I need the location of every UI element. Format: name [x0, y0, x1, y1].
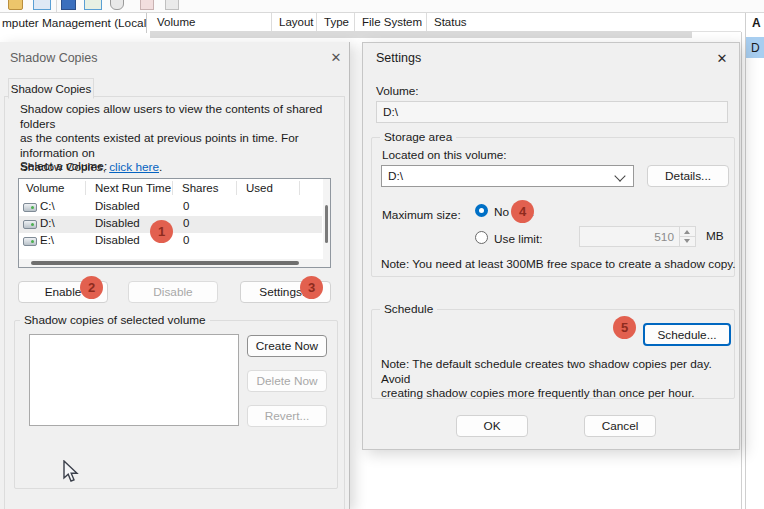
tree-item-computer-management[interactable]: mputer Management (Local	[2, 16, 146, 30]
details-button[interactable]: Details...	[647, 165, 729, 187]
search-icon[interactable]	[110, 0, 124, 10]
column-status[interactable]: Status	[427, 13, 597, 31]
shadow-copies-listbox[interactable]	[29, 334, 239, 426]
cancel-button[interactable]: Cancel	[584, 415, 656, 437]
max-size-label: Maximum size:	[382, 208, 461, 222]
use-limit-radio[interactable]	[475, 231, 488, 244]
horizontal-scrollbar[interactable]	[19, 259, 323, 267]
step-4-badge: 4	[511, 200, 534, 223]
mouse-cursor-icon	[63, 460, 81, 484]
shadow-copies-dialog: Shadow Copies ✕ Shadow Copies Shadow cop…	[0, 42, 350, 509]
mb-unit-label: MB	[706, 229, 724, 243]
dialog-title: Settings	[376, 51, 421, 65]
tab-shadow-copies[interactable]: Shadow Copies	[8, 78, 94, 99]
storage-note: Note: You need at least 300MB free space…	[381, 257, 736, 272]
revert-button[interactable]: Revert...	[247, 405, 327, 427]
actions-selected-item[interactable]: D	[746, 37, 764, 58]
column-file-system[interactable]: File System	[355, 13, 427, 31]
step-3-badge: 3	[300, 276, 323, 299]
list-column-shares[interactable]: Shares	[182, 179, 218, 197]
click-here-link[interactable]: click here	[109, 160, 159, 174]
actions-panel-title: A	[752, 16, 761, 30]
schedule-group-label: Schedule	[380, 302, 437, 316]
no-limit-radio[interactable]	[475, 204, 488, 217]
ok-button[interactable]: OK	[456, 415, 528, 437]
dialog-title: Shadow Copies	[10, 51, 98, 65]
folder-icon[interactable]	[8, 0, 23, 10]
delete-now-button[interactable]: Delete Now	[247, 370, 327, 392]
settings-dialog: Settings ✕ Volume: D:\ Storage area Loca…	[362, 42, 740, 450]
help-window-icon[interactable]	[84, 0, 102, 10]
refresh-icon[interactable]	[165, 0, 179, 10]
disable-button[interactable]: Disable	[128, 281, 218, 303]
step-2-badge: 2	[80, 276, 103, 299]
up-level-icon[interactable]	[140, 0, 154, 10]
column-layout[interactable]: Layout	[272, 13, 317, 31]
schedule-button[interactable]: Schedule...	[643, 323, 731, 346]
create-now-button[interactable]: Create Now	[247, 335, 327, 357]
select-volume-label: Select a volume:	[20, 159, 107, 173]
toolbar-separator	[56, 0, 57, 12]
drive-icon	[23, 220, 37, 229]
vertical-scrollbar-thumb[interactable]	[325, 205, 328, 243]
export-list-icon[interactable]	[33, 0, 51, 10]
background-row-strip	[150, 31, 692, 38]
column-volume[interactable]: Volume	[150, 13, 272, 31]
volume-row-c[interactable]: C:\ Disabled 0	[19, 199, 322, 216]
close-icon[interactable]: ✕	[327, 48, 345, 66]
actions-panel: A D	[745, 13, 764, 509]
schedule-note: Note: The default schedule creates two s…	[381, 357, 734, 401]
toolbar	[0, 0, 764, 12]
limit-value: 510	[654, 230, 674, 244]
horizontal-scrollbar-thumb[interactable]	[31, 261, 299, 265]
vertical-scrollbar[interactable]	[323, 179, 330, 267]
located-volume-dropdown[interactable]: D:\	[381, 165, 634, 187]
console-tree-panel: mputer Management (Local	[0, 13, 147, 33]
volume-columns-header: Volume Layout Type File System Status	[150, 13, 741, 32]
volume-value-field: D:\	[376, 101, 728, 123]
close-icon[interactable]: ✕	[713, 49, 731, 67]
column-type[interactable]: Type	[317, 13, 355, 31]
step-1-badge: 1	[150, 220, 173, 243]
step-5-badge: 5	[613, 316, 636, 339]
storage-area-group-label: Storage area	[380, 130, 456, 144]
spinner-down-icon[interactable]	[679, 237, 695, 246]
drive-icon	[23, 237, 37, 246]
limit-spinner[interactable]: 510	[579, 226, 696, 247]
volume-list[interactable]: Volume Next Run Time Shares Used C:\ Dis…	[18, 178, 331, 268]
list-column-next-run-time[interactable]: Next Run Time	[95, 179, 171, 197]
chevron-down-icon	[614, 170, 625, 181]
located-label: Located on this volume:	[382, 148, 507, 162]
list-column-volume[interactable]: Volume	[26, 179, 64, 197]
properties-icon[interactable]	[61, 0, 76, 10]
screenshot-root: mputer Management (Local Volume Layout T…	[0, 0, 764, 509]
use-limit-label[interactable]: Use limit:	[494, 232, 543, 246]
schedule-group: Schedule Schedule... Note: The default s…	[371, 309, 735, 399]
spinner-up-icon[interactable]	[679, 227, 695, 237]
content-scroll-divider	[741, 32, 742, 509]
selected-volume-group-label: Shadow copies of selected volume	[20, 313, 210, 327]
drive-icon	[23, 203, 37, 212]
list-column-used[interactable]: Used	[246, 179, 273, 197]
storage-area-group: Storage area Located on this volume: D:\…	[371, 137, 735, 277]
volume-label: Volume:	[376, 84, 419, 98]
